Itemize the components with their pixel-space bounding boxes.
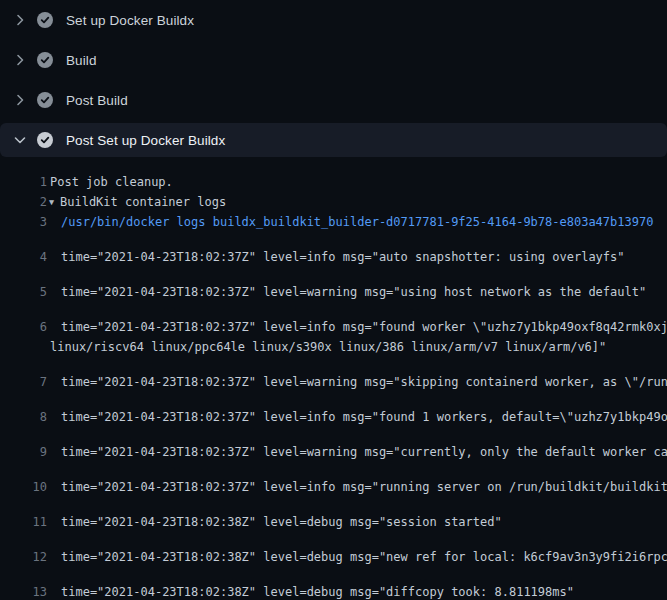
log-line-text: time="2021-04-23T18:02:37Z" level=info m… xyxy=(47,317,667,337)
log-line-number[interactable]: 6 xyxy=(0,317,47,337)
chevron-right-icon[interactable] xyxy=(12,52,29,68)
step-label: Build xyxy=(66,53,97,68)
log-line-text: linux/riscv64 linux/ppc64le linux/s390x … xyxy=(47,337,667,357)
chevron-right-icon[interactable] xyxy=(12,132,29,148)
step-row-3[interactable]: Post Set up Docker Buildx xyxy=(0,123,667,157)
log-line: 6 time="2021-04-23T18:02:37Z" level=info… xyxy=(0,302,667,337)
log-line-text: time="2021-04-23T18:02:37Z" level=info m… xyxy=(47,247,667,267)
log-line-number[interactable]: 9 xyxy=(0,442,47,462)
workflow-log-viewer: Set up Docker Buildx Build P xyxy=(0,0,667,600)
check-circle-icon xyxy=(37,12,53,28)
log-line-number[interactable]: 2 xyxy=(0,192,47,212)
log-line-text: time="2021-04-23T18:02:37Z" level=warnin… xyxy=(47,282,667,302)
step-row-2[interactable]: Post Build xyxy=(0,80,667,120)
step-label: Set up Docker Buildx xyxy=(66,13,194,28)
steps-list: Set up Docker Buildx Build P xyxy=(0,0,667,157)
log-line: linux/riscv64 linux/ppc64le linux/s390x … xyxy=(0,337,667,357)
log-line: 7 time="2021-04-23T18:02:37Z" level=warn… xyxy=(0,357,667,392)
check-circle-icon xyxy=(37,132,53,148)
log-line-text: time="2021-04-23T18:02:37Z" level=info m… xyxy=(47,477,667,497)
log-line: 1 Post job cleanup. xyxy=(0,172,667,192)
log-line-text: time="2021-04-23T18:02:38Z" level=debug … xyxy=(47,582,667,600)
log-line: 5 time="2021-04-23T18:02:37Z" level=warn… xyxy=(0,267,667,302)
log-line-text: time="2021-04-23T18:02:37Z" level=warnin… xyxy=(47,372,667,392)
log-line-text: /usr/bin/docker logs buildx_buildkit_bui… xyxy=(47,212,667,232)
log-line: 12 time="2021-04-23T18:02:38Z" level=deb… xyxy=(0,532,667,567)
log-line-number[interactable]: 4 xyxy=(0,247,47,267)
step-label: Post Build xyxy=(66,93,128,108)
log-line-number[interactable]: 13 xyxy=(0,582,47,600)
log-line-text: time="2021-04-23T18:02:38Z" level=debug … xyxy=(47,547,667,567)
step-row-1[interactable]: Build xyxy=(0,40,667,80)
log-line: 3 /usr/bin/docker logs buildx_buildkit_b… xyxy=(0,212,667,232)
log-line-text: time="2021-04-23T18:02:37Z" level=warnin… xyxy=(47,442,667,462)
log-line-number[interactable]: 10 xyxy=(0,477,47,497)
log-line-number[interactable]: 5 xyxy=(0,282,47,302)
step-row-0[interactable]: Set up Docker Buildx xyxy=(0,0,667,40)
log-line-text: ▼BuildKit container logs xyxy=(47,192,667,212)
log-line: 13 time="2021-04-23T18:02:38Z" level=deb… xyxy=(0,567,667,600)
log-line-number[interactable]: 11 xyxy=(0,512,47,532)
log-line-number[interactable] xyxy=(0,337,47,357)
chevron-right-icon[interactable] xyxy=(12,92,29,108)
log-line: 11 time="2021-04-23T18:02:38Z" level=deb… xyxy=(0,497,667,532)
log-line-number[interactable]: 7 xyxy=(0,372,47,392)
log-line: 9 time="2021-04-23T18:02:37Z" level=warn… xyxy=(0,427,667,462)
step-label: Post Set up Docker Buildx xyxy=(66,133,225,148)
chevron-right-icon[interactable] xyxy=(12,12,29,28)
caret-down-icon[interactable]: ▼ xyxy=(49,192,60,212)
log-line: 8 time="2021-04-23T18:02:37Z" level=info… xyxy=(0,392,667,427)
check-circle-icon xyxy=(37,92,53,108)
log-line-number[interactable]: 3 xyxy=(0,212,47,232)
log-line-number[interactable]: 1 xyxy=(0,172,47,192)
log-line: 2 ▼BuildKit container logs xyxy=(0,192,667,212)
log-line-text: Post job cleanup. xyxy=(47,172,667,192)
log-line: 10 time="2021-04-23T18:02:37Z" level=inf… xyxy=(0,462,667,497)
log-line-number[interactable]: 8 xyxy=(0,407,47,427)
log-area: 1 Post job cleanup. 2 ▼BuildKit containe… xyxy=(0,157,667,600)
log-line-text: time="2021-04-23T18:02:37Z" level=info m… xyxy=(47,407,667,427)
log-line: 4 time="2021-04-23T18:02:37Z" level=info… xyxy=(0,232,667,267)
check-circle-icon xyxy=(37,52,53,68)
log-line-number[interactable]: 12 xyxy=(0,547,47,567)
log-line-text: time="2021-04-23T18:02:38Z" level=debug … xyxy=(47,512,667,532)
